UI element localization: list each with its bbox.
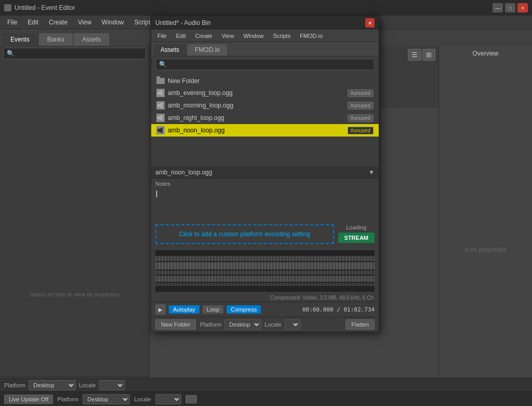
status-locale-dropdown[interactable] xyxy=(155,394,181,404)
list-item[interactable]: amb_evening_loop.ogg #unused xyxy=(151,87,379,99)
tab-banks[interactable]: Banks xyxy=(39,33,73,46)
menu-file[interactable]: File xyxy=(2,18,22,27)
loading-section: Loading STREAM xyxy=(338,224,375,243)
status-locale-select[interactable] xyxy=(155,394,181,404)
dialog-menu-scripts[interactable]: Scripts xyxy=(269,32,295,40)
play-button[interactable]: ▶ xyxy=(155,304,166,315)
app-icon xyxy=(4,4,11,11)
time-display: 00:00.000 / 01:02.734 xyxy=(302,306,375,313)
window-title: Untitled - Event Editor xyxy=(15,4,75,11)
dialog-locale-select[interactable] xyxy=(285,319,300,330)
status-platform-dropdown[interactable]: Desktop xyxy=(83,394,130,404)
file-name-selected: amb_noon_loop.ogg xyxy=(168,127,344,134)
file-name-1: amb_evening_loop.ogg xyxy=(168,89,344,97)
dialog-menu-edit[interactable]: Edit xyxy=(172,32,190,40)
selected-file-name: amb_noon_loop.ogg xyxy=(155,169,368,176)
compressed-info: Compressed: Vorbis, 3.0 MB, 48.0 kHz, 6 … xyxy=(151,294,379,302)
tab-events[interactable]: Events xyxy=(2,33,38,46)
file-tag-3: #unused xyxy=(348,114,374,122)
audio-icon xyxy=(156,89,165,97)
dialog-new-folder-button[interactable]: New Folder xyxy=(155,319,196,330)
locale-flag[interactable] xyxy=(185,395,197,403)
maximize-button[interactable]: □ xyxy=(505,3,515,12)
file-list: New Folder amb_evening_loop.ogg #unused … xyxy=(151,73,379,167)
list-item[interactable]: amb_night_loop.ogg #unused xyxy=(151,112,379,124)
status-platform-label: Platform xyxy=(57,396,78,402)
title-bar: Untitled - Event Editor — □ ✕ xyxy=(0,0,532,16)
menu-edit[interactable]: Edit xyxy=(22,18,44,27)
dialog-close-button[interactable]: ✕ xyxy=(365,18,375,28)
status-platform-select[interactable]: Desktop xyxy=(83,394,130,404)
flatten-button[interactable]: Flatten xyxy=(345,319,375,330)
file-tag-selected: #unused xyxy=(348,127,374,134)
dialog-platform-row: Platform Desktop Locale xyxy=(200,319,300,330)
dialog-tab-fmod[interactable]: FMOD.io xyxy=(188,44,227,56)
title-bar-left: Untitled - Event Editor xyxy=(4,4,75,11)
bottom-platform-dropdown[interactable]: Desktop xyxy=(29,380,76,390)
notes-label: Notes xyxy=(155,181,375,187)
notes-cursor: I xyxy=(155,189,158,199)
left-search-row xyxy=(0,46,149,61)
dialog-menu-window[interactable]: Window xyxy=(239,32,268,40)
file-tag-1: #unused xyxy=(348,89,374,97)
minimize-button[interactable]: — xyxy=(493,3,503,12)
overview-panel: Overview xyxy=(438,46,532,108)
stream-button[interactable]: STREAM xyxy=(338,233,375,243)
bottom-platform-row: Platform Desktop Locale xyxy=(0,378,532,391)
file-name-2: amb_morning_loop.ogg xyxy=(168,102,344,109)
encoding-section: Click to add a custom platform encoding … xyxy=(151,220,379,248)
bottom-locale-select[interactable] xyxy=(99,380,125,390)
grid-view-button[interactable]: ⊞ xyxy=(422,49,435,61)
dialog-search-row xyxy=(151,56,379,73)
live-update-button[interactable]: Live Update Off xyxy=(4,395,53,404)
folder-icon xyxy=(156,78,165,84)
dialog-menu-file[interactable]: File xyxy=(153,32,171,40)
dialog-menu-fmod[interactable]: FMOD.io xyxy=(296,32,327,40)
audio-icon xyxy=(156,101,165,110)
svg-rect-0 xyxy=(157,91,159,94)
right-side-props: w its properties xyxy=(438,108,532,391)
list-item-selected[interactable]: amb_noon_loop.ogg #unused xyxy=(151,124,379,137)
dialog-menu-view[interactable]: View xyxy=(218,32,238,40)
folder-row[interactable]: New Folder xyxy=(151,75,379,87)
overview-label: Overview xyxy=(472,50,498,57)
dialog-menu: File Edit Create View Window Scripts FMO… xyxy=(151,30,379,42)
window-controls[interactable]: — □ ✕ xyxy=(493,3,528,12)
status-bar: Live Update Off Platform Desktop Locale xyxy=(0,391,532,406)
tab-assets[interactable]: Assets xyxy=(74,33,109,46)
dialog-locale-label: Locale xyxy=(264,321,281,328)
dialog-search-input[interactable] xyxy=(155,59,375,70)
menu-view[interactable]: View xyxy=(73,18,97,27)
autoplay-button[interactable]: Autoplay xyxy=(169,305,200,314)
dropdown-arrow-icon: ▼ xyxy=(368,169,375,176)
dialog-platform-dropdown[interactable]: Desktop xyxy=(224,319,261,330)
list-item[interactable]: amb_morning_loop.ogg #unused xyxy=(151,99,379,112)
left-search-input[interactable] xyxy=(3,48,146,59)
close-button[interactable]: ✕ xyxy=(517,3,528,12)
audio-bin-dialog: Untitled* - Audio Bin ✕ File Edit Create… xyxy=(151,16,379,332)
bottom-locale-dropdown[interactable] xyxy=(99,380,125,390)
dialog-platform-label: Platform xyxy=(200,321,221,328)
dialog-menu-create[interactable]: Create xyxy=(191,32,217,40)
dialog-bottom-bar: New Folder Platform Desktop Locale Flatt… xyxy=(151,317,379,332)
dialog-locale-dropdown[interactable] xyxy=(285,319,300,330)
audio-icon xyxy=(156,114,165,122)
dialog-tab-assets[interactable]: Assets xyxy=(153,44,187,56)
left-panel: Select an item to view its properties Ne… xyxy=(0,46,150,391)
file-name-3: amb_night_loop.ogg xyxy=(168,114,344,121)
bottom-platform-select[interactable]: Desktop xyxy=(29,380,76,390)
svg-rect-3 xyxy=(157,129,159,132)
compress-button[interactable]: Compress xyxy=(227,305,261,314)
notes-section: Notes I xyxy=(151,179,379,220)
dialog-title: Untitled* - Audio Bin xyxy=(155,19,211,26)
loading-label: Loading xyxy=(346,224,366,231)
menu-create[interactable]: Create xyxy=(44,18,73,27)
selected-file-row: amb_noon_loop.ogg ▼ xyxy=(151,167,379,179)
svg-rect-1 xyxy=(157,104,159,107)
loop-button[interactable]: Loop xyxy=(203,305,223,314)
list-view-button[interactable]: ☰ xyxy=(408,49,421,61)
menu-window[interactable]: Window xyxy=(97,18,129,27)
svg-rect-2 xyxy=(157,116,159,119)
add-encoding-button[interactable]: Click to add a custom platform encoding … xyxy=(155,224,334,244)
dialog-platform-select[interactable]: Desktop xyxy=(224,319,261,330)
